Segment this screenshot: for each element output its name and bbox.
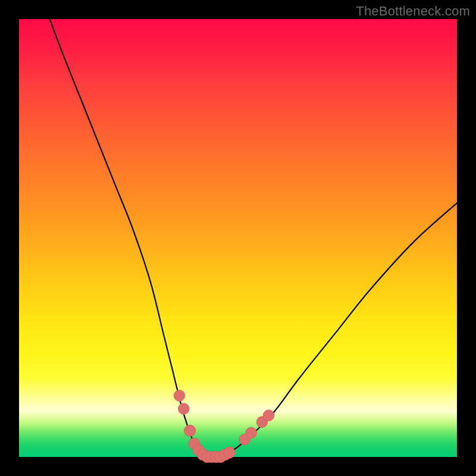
chart-frame: TheBottleneck.com [0, 0, 476, 476]
data-marker [184, 425, 196, 437]
markers-group [174, 390, 274, 463]
data-marker [263, 410, 274, 421]
curve-group [50, 19, 457, 458]
bottleneck-curve [50, 19, 457, 458]
chart-plot-area [19, 19, 457, 457]
watermark-text: TheBottleneck.com [356, 4, 470, 19]
data-marker [224, 447, 236, 459]
chart-svg [19, 19, 457, 457]
data-marker [246, 427, 257, 439]
data-marker [174, 390, 185, 402]
data-marker [178, 403, 189, 415]
